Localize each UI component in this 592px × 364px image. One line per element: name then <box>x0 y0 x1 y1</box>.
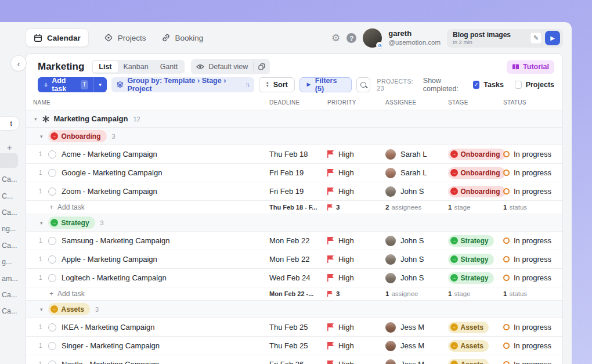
priority-cell[interactable]: High <box>327 168 385 177</box>
task-complete-circle[interactable] <box>48 237 56 245</box>
status-cell[interactable]: In progress <box>503 187 562 196</box>
assignee-cell[interactable]: John S <box>385 273 448 283</box>
priority-cell[interactable]: High <box>327 323 385 331</box>
priority-cell[interactable]: High <box>327 255 385 264</box>
assignee-cell[interactable]: Sarah L <box>385 149 448 160</box>
deadline-cell[interactable]: Thu Feb 25 <box>269 323 327 331</box>
projects-checkbox-label[interactable]: Projects <box>526 81 554 89</box>
sidebar-add-icon[interactable]: + <box>7 142 12 152</box>
priority-cell[interactable]: High <box>327 273 385 282</box>
status-cell[interactable]: In progress <box>503 255 562 264</box>
assignee-cell[interactable]: Jess M <box>385 322 448 333</box>
add-task-row-button[interactable]: +Add task <box>26 203 269 211</box>
deadline-cell[interactable]: Thu Feb 18 <box>269 150 327 158</box>
tab-projects[interactable]: Projects <box>104 28 146 47</box>
stage-cell[interactable]: →Strategy <box>448 235 503 247</box>
search-button[interactable] <box>356 77 370 92</box>
priority-cell[interactable]: High <box>327 360 385 364</box>
stage-cell[interactable]: →Onboarding <box>448 186 503 197</box>
add-task-button[interactable]: + Add task T <box>38 77 93 92</box>
group-header-marketing-campaign[interactable]: ▾ Marketing Campaign 12 <box>26 110 562 128</box>
task-complete-circle[interactable] <box>48 274 56 282</box>
task-name[interactable]: IKEA - Marketing Campaign <box>62 323 154 331</box>
task-name[interactable]: Singer - Marketing Campaign <box>62 341 160 350</box>
assignee-cell[interactable]: Sarah L <box>385 168 448 178</box>
sidebar-item[interactable]: C... <box>0 188 20 204</box>
priority-cell[interactable]: High <box>327 187 385 196</box>
tasks-checkbox[interactable]: ✓ <box>473 81 480 89</box>
table-row[interactable]: 1Google - Marketing Campaign Fri Feb 19 … <box>26 164 562 182</box>
sidebar-item[interactable]: Ca... <box>0 287 20 303</box>
collapse-triangle-icon[interactable]: ▾ <box>40 307 43 312</box>
collapse-triangle-icon[interactable]: ▾ <box>40 220 43 226</box>
stage-cell[interactable]: →Assets <box>448 359 503 364</box>
table-row[interactable]: 1IKEA - Marketing Campaign Thu Feb 25 Hi… <box>26 318 562 337</box>
sidebar-item[interactable]: Ca... <box>0 303 20 319</box>
collapse-triangle-icon[interactable]: ▾ <box>40 134 43 139</box>
stage-cell[interactable]: →Strategy <box>448 272 503 284</box>
task-name[interactable]: Zoom - Marketing Campaign <box>62 187 157 196</box>
table-row[interactable]: 1Samsung - Marketing Campaign Mon Feb 22… <box>26 232 562 250</box>
deadline-cell[interactable]: Thu Feb 25 <box>269 341 327 350</box>
sidebar-item[interactable]: ng... <box>0 221 20 237</box>
stage-header-assets[interactable]: ▾ →Assets 3 <box>26 301 562 318</box>
table-row[interactable]: 1Zoom - Marketing Campaign Fri Feb 19 Hi… <box>26 182 562 201</box>
deadline-cell[interactable]: Fri Feb 19 <box>269 187 327 196</box>
assignee-cell[interactable]: John S <box>385 186 448 197</box>
assignee-cell[interactable]: Jess M <box>385 341 448 351</box>
table-row[interactable]: 1Logitech - Marketing Campaign Wed Feb 2… <box>26 269 562 287</box>
stage-header-onboarding[interactable]: ▾ →Onboarding 3 <box>26 128 562 145</box>
status-cell[interactable]: In progress <box>503 236 562 245</box>
col-stage[interactable]: STAGE <box>448 99 503 106</box>
tab-gantt[interactable]: Gantt <box>154 61 184 73</box>
duplicate-view-button[interactable] <box>254 63 270 70</box>
tab-calendar[interactable]: Calendar <box>26 28 89 47</box>
task-name[interactable]: Google - Marketing Campaign <box>62 168 162 177</box>
task-complete-circle[interactable] <box>48 361 56 364</box>
sidebar-active-item[interactable] <box>0 153 18 168</box>
deadline-cell[interactable]: Wed Feb 24 <box>269 273 327 282</box>
stage-header-strategy[interactable]: ▾ →Strategy 3 <box>26 214 562 232</box>
sidebar-item[interactable]: Ca... <box>0 171 20 188</box>
priority-cell[interactable]: High <box>327 341 385 350</box>
status-cell[interactable]: In progress <box>503 168 562 177</box>
stage-cell[interactable]: →Assets <box>448 322 503 333</box>
sidebar-pill[interactable]: t <box>0 116 20 131</box>
task-complete-circle[interactable] <box>48 323 56 331</box>
help-icon[interactable]: ? <box>346 33 356 43</box>
task-name[interactable]: Samsung - Marketing Campaign <box>62 236 169 245</box>
task-complete-circle[interactable] <box>48 188 56 196</box>
upcoming-task-card[interactable]: Blog post images In 2 min ✎ ▶ <box>447 29 563 48</box>
table-row[interactable]: 1Singer - Marketing Campaign Thu Feb 25 … <box>26 337 562 355</box>
stage-cell[interactable]: →Onboarding <box>448 149 503 160</box>
priority-cell[interactable]: High <box>327 150 385 158</box>
deadline-cell[interactable]: Mon Feb 22 <box>269 236 327 245</box>
filters-button[interactable]: ▶ Filters (5) <box>299 77 352 92</box>
stage-cell[interactable]: →Assets <box>448 340 503 352</box>
stage-cell[interactable]: →Onboarding <box>448 167 503 179</box>
col-status[interactable]: STATUS <box>503 99 562 106</box>
deadline-cell[interactable]: Fri Feb 19 <box>269 168 327 177</box>
projects-checkbox[interactable] <box>515 81 522 89</box>
status-cell[interactable]: In progress <box>503 360 562 364</box>
task-name[interactable]: Apple - Marketing Campaign <box>62 255 157 264</box>
tutorial-button[interactable]: Tutorial <box>507 60 554 74</box>
priority-cell[interactable]: High <box>327 236 385 245</box>
collapse-triangle-icon[interactable]: ▾ <box>34 116 37 122</box>
task-name[interactable]: Logitech - Marketing Campaign <box>62 273 167 282</box>
task-complete-circle[interactable] <box>48 169 56 177</box>
assignee-cell[interactable]: John S <box>385 254 448 265</box>
add-task-row-button[interactable]: +Add task <box>26 290 269 298</box>
tab-booking[interactable]: Booking <box>161 28 204 47</box>
default-view-button[interactable]: Default view <box>191 63 253 71</box>
col-priority[interactable]: PRIORITY <box>327 99 385 106</box>
deadline-cell[interactable]: Mon Feb 22 <box>269 255 327 264</box>
task-complete-circle[interactable] <box>48 255 56 264</box>
task-name[interactable]: Nestle - Marketing Campaign <box>62 360 159 364</box>
sidebar-item[interactable]: Ca... <box>0 204 20 221</box>
stage-cell[interactable]: →Strategy <box>448 254 503 265</box>
sort-button[interactable]: ▲▼ Sort <box>259 77 295 92</box>
status-cell[interactable]: In progress <box>503 273 562 282</box>
status-cell[interactable]: In progress <box>503 150 562 158</box>
tab-list[interactable]: List <box>93 61 117 73</box>
